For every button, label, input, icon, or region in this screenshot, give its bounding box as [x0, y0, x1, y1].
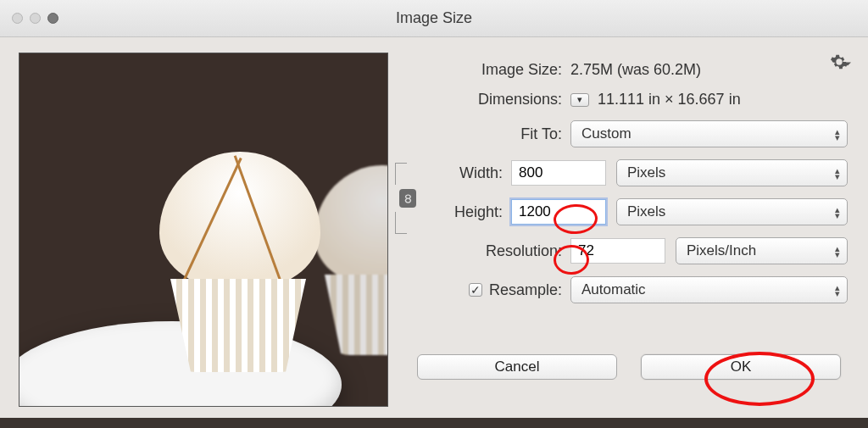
- height-unit-select[interactable]: Pixels ▴▾: [616, 198, 848, 225]
- gear-icon[interactable]: [829, 53, 849, 71]
- ok-button[interactable]: OK: [641, 354, 841, 380]
- cancel-button[interactable]: Cancel: [417, 354, 617, 380]
- resolution-label: Resolution:: [414, 242, 562, 260]
- titlebar: Image Size: [0, 0, 868, 37]
- resample-select[interactable]: Automatic ▴▾: [570, 276, 848, 303]
- height-unit-value: Pixels: [627, 203, 665, 220]
- resample-label: Resample:: [489, 281, 562, 299]
- image-size-value: 2.75M (was 60.2M): [570, 61, 701, 79]
- dimensions-value: 11.111 in × 16.667 in: [598, 91, 741, 108]
- width-input[interactable]: [511, 160, 606, 186]
- width-label: Width:: [414, 164, 503, 182]
- resample-checkbox[interactable]: ✓: [469, 283, 482, 297]
- dimensions-toggle-icon[interactable]: ▾: [570, 93, 589, 107]
- resolution-input[interactable]: [570, 238, 665, 264]
- link-icon: [399, 189, 416, 208]
- resolution-unit-select[interactable]: Pixels/Inch ▴▾: [676, 237, 848, 264]
- image-size-label: Image Size:: [414, 61, 562, 79]
- height-input[interactable]: [511, 199, 606, 225]
- updown-icon: ▴▾: [835, 128, 840, 140]
- updown-icon: ▴▾: [835, 167, 840, 179]
- height-label: Height:: [414, 203, 503, 221]
- width-unit-select[interactable]: Pixels ▴▾: [616, 159, 848, 186]
- updown-icon: ▴▾: [835, 245, 840, 257]
- updown-icon: ▴▾: [835, 284, 840, 296]
- fit-to-value: Custom: [581, 125, 632, 142]
- dimensions-label: Dimensions:: [414, 91, 562, 108]
- resolution-unit-value: Pixels/Inch: [687, 242, 756, 259]
- constrain-link[interactable]: [395, 159, 420, 237]
- window-title: Image Size: [0, 9, 868, 27]
- updown-icon: ▴▾: [835, 206, 840, 218]
- fit-to-label: Fit To:: [414, 125, 562, 143]
- width-unit-value: Pixels: [627, 164, 665, 181]
- settings-panel: Image Size: 2.75M (was 60.2M) Dimensions…: [388, 53, 854, 408]
- resample-value: Automatic: [581, 281, 646, 298]
- image-preview[interactable]: [19, 53, 388, 407]
- fit-to-select[interactable]: Custom ▴▾: [570, 120, 848, 147]
- dialog-body: Image Size: 2.75M (was 60.2M) Dimensions…: [0, 37, 868, 420]
